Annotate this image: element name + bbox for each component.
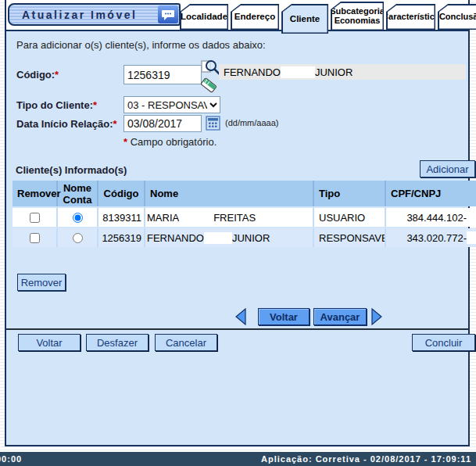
col-header-nome-conta: Nome Conta xyxy=(58,181,98,206)
speech-bubble-icon[interactable] xyxy=(158,5,178,23)
tab-strip: Localidade Endereço Cliente Subcategoria… xyxy=(180,2,476,31)
cell-codigo: 1256319 xyxy=(98,228,145,247)
cell-tipo: USUARIO xyxy=(314,208,386,227)
col-header-cpf-cnpj: CPF/CNPJ xyxy=(386,181,476,206)
data-inicio-input[interactable] xyxy=(123,115,202,132)
nome-conta-radio[interactable] xyxy=(73,233,83,243)
calendar-icon[interactable] xyxy=(206,116,220,134)
col-header-codigo: Código xyxy=(98,181,145,206)
desfazer-button[interactable]: Desfazer xyxy=(86,334,149,351)
client-first-name: FERNANDO xyxy=(224,66,281,78)
col-header-remover: Remover xyxy=(13,181,58,206)
status-bar: 00:00 Aplicação: Corretiva - 02/08/2017 … xyxy=(0,452,476,466)
redaction-box xyxy=(204,232,232,244)
redaction-box xyxy=(179,212,213,224)
client-last-name: JUNIOR xyxy=(315,66,353,78)
redaction-box xyxy=(467,211,476,224)
cancelar-button[interactable]: Cancelar xyxy=(155,334,217,351)
tab-conclusao[interactable]: Conclusão xyxy=(438,4,476,30)
next-arrow-icon[interactable] xyxy=(370,308,383,328)
codigo-label: Código:* xyxy=(16,69,59,81)
voltar-nav-button[interactable]: Voltar xyxy=(258,308,310,325)
cell-nome: FERNANDO JUNIOR xyxy=(145,228,314,247)
table-header-row: Remover Nome Conta Código Nome Tipo CPF/… xyxy=(13,181,476,206)
tab-localidade[interactable]: Localidade xyxy=(180,4,228,30)
window-title-bar: Atualizar Imóvel xyxy=(8,3,181,26)
nome-conta-radio[interactable] xyxy=(73,213,83,223)
cell-cpf: 343.020.772- xyxy=(386,228,476,247)
remover-checkbox[interactable] xyxy=(30,213,40,223)
remover-button[interactable]: Remover xyxy=(17,274,66,291)
table-row: 1256319 FERNANDO JUNIOR RESPONSAVEL 343.… xyxy=(13,228,476,247)
tab-cliente[interactable]: Cliente xyxy=(281,4,328,34)
cell-tipo: RESPONSAVEL xyxy=(314,228,386,247)
tab-subcategoria-economias[interactable]: Subcategoria Economias xyxy=(331,2,384,30)
eraser-icon[interactable] xyxy=(200,77,218,97)
previous-arrow-icon[interactable] xyxy=(234,308,247,328)
clients-table: Remover Nome Conta Código Nome Tipo CPF/… xyxy=(13,181,476,247)
table-row: 8139311 MARIA FREITAS USUARIO 384.444.10… xyxy=(13,208,476,227)
avancar-nav-button[interactable]: Avançar xyxy=(313,308,367,325)
status-timer: 00:00 xyxy=(0,454,22,464)
col-header-nome: Nome xyxy=(145,181,314,206)
redaction-box xyxy=(281,66,315,78)
cell-nome: MARIA FREITAS xyxy=(145,208,314,227)
redaction-box xyxy=(467,231,476,244)
tab-caracteristica[interactable]: Característica xyxy=(386,4,435,30)
main-panel: Atualizar Imóvel Localidade Endereço Cli… xyxy=(5,0,470,446)
footer-divider xyxy=(6,328,468,330)
cell-cpf: 384.444.102- xyxy=(386,208,476,227)
required-field-note: * Campo obrigatório. xyxy=(123,136,217,148)
codigo-input[interactable] xyxy=(123,65,202,84)
col-header-tipo: Tipo xyxy=(314,181,386,206)
tipo-cliente-label: Tipo do Cliente:* xyxy=(16,99,97,111)
clients-section-title: Cliente(s) Informado(s) xyxy=(16,164,127,176)
remover-checkbox[interactable] xyxy=(30,233,40,243)
tipo-cliente-select[interactable]: 03 - RESPONSAVEL xyxy=(123,96,220,113)
date-format-hint: (dd/mm/aaaa) xyxy=(225,118,278,127)
page: Atualizar Imóvel Localidade Endereço Cli… xyxy=(0,0,476,466)
client-name-display: FERNANDO JUNIOR xyxy=(219,64,466,80)
intro-text: Para adicionar o(s) cliente(s), informe … xyxy=(16,39,266,51)
voltar-button[interactable]: Voltar xyxy=(18,334,81,351)
status-application-info: Aplicação: Corretiva - 02/08/2017 - 17:0… xyxy=(261,454,471,464)
adicionar-button[interactable]: Adicionar xyxy=(420,160,475,177)
page-title: Atualizar Imóvel xyxy=(9,9,158,21)
cell-codigo: 8139311 xyxy=(98,208,145,227)
tab-endereco[interactable]: Endereço xyxy=(231,4,279,30)
concluir-button[interactable]: Concluir xyxy=(412,334,475,351)
data-inicio-label: Data Início Relação:* xyxy=(16,118,117,130)
